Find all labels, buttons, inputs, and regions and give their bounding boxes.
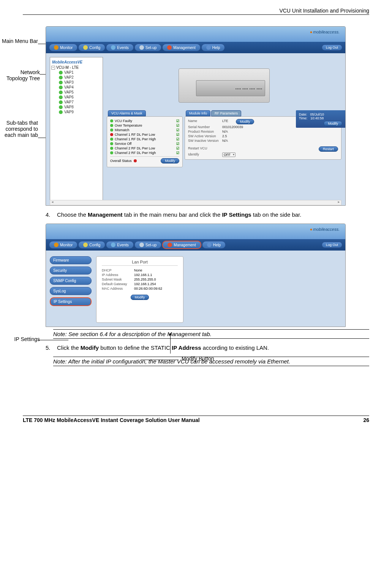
logout-button[interactable]: Log Out: [322, 44, 342, 51]
management-icon: [167, 45, 172, 50]
tab-monitor[interactable]: Monitor: [49, 44, 77, 51]
tree-vap6[interactable]: VAP6: [51, 95, 101, 100]
screenshot-1: mobileaccess. Monitor Config Events Set-…: [46, 26, 346, 206]
setup-icon: [139, 45, 144, 50]
tree-vap5[interactable]: VAP5: [51, 90, 101, 95]
callout-subtabs: Sub-tabs that correspond to each main ta…: [0, 120, 38, 138]
tree-vap7[interactable]: VAP7: [51, 100, 101, 105]
page-header: VCU Unit Installation and Provisioning: [23, 8, 369, 15]
sidebar-firmware[interactable]: Firmware: [50, 256, 92, 264]
step-4: 4. Choose the Management tab in the main…: [46, 211, 369, 218]
modify-alarms-button[interactable]: Modify: [161, 158, 179, 163]
tab-setup[interactable]: Set-up: [134, 44, 161, 51]
tree-vap1[interactable]: VAP1: [51, 70, 101, 75]
tree-vap4[interactable]: VAP4: [51, 85, 101, 90]
restart-button[interactable]: Restart: [319, 146, 338, 152]
modify-datetime-button[interactable]: Modify: [324, 121, 342, 126]
topology-tree: MobileAccessVE −VCU-M - LTE VAP1 VAP2 VA…: [50, 57, 103, 201]
alarm-row: VCU Faulty☑: [110, 119, 179, 123]
step-5: 5. Click the Modify button to define the…: [46, 344, 369, 351]
config-icon: [83, 45, 88, 50]
subtab-module-info[interactable]: Module Info: [186, 110, 210, 116]
lan-port-panel: Lan Port DHCPNone IP Address192.168.1.1 …: [96, 256, 183, 323]
note-1: Note: See section 6.4 for a description …: [53, 329, 369, 339]
tab-config[interactable]: Config: [78, 44, 105, 51]
sidebar-security[interactable]: Security: [50, 267, 92, 274]
callout-main-menu: Main Menu Bar: [0, 38, 38, 44]
logo-text: mobileaccess.: [310, 30, 340, 34]
modify-ip-button[interactable]: Modify: [131, 295, 149, 300]
subtab-alarms[interactable]: VCU Alarms & Mask: [108, 110, 146, 116]
callout-topology: Network Topology Tree: [0, 69, 40, 81]
sidebar-ip-settings[interactable]: IP Settings: [50, 297, 92, 306]
help-icon: [206, 45, 211, 50]
main-menu-bar: Monitor Config Events Set-up Management …: [46, 42, 345, 53]
tree-header: MobileAccessVE: [51, 59, 101, 65]
screenshot-2: mobileaccess. Monitor Config Events Set-…: [46, 224, 346, 327]
tree-vap8[interactable]: VAP8: [51, 105, 101, 109]
callout-modify-button: Modify Button: [182, 355, 214, 362]
tree-vap2[interactable]: VAP2: [51, 75, 101, 80]
sidebar-syslog[interactable]: SysLog: [50, 287, 92, 295]
identify-select[interactable]: OFF: [222, 152, 236, 157]
device-image: [179, 68, 270, 103]
subtab-rf[interactable]: RF Parameters: [211, 110, 241, 116]
datetime-panel: Date:05/Jul/10 Time:10:40:58 Modify: [296, 110, 345, 128]
tab-management-2[interactable]: Management: [162, 241, 201, 249]
page-footer: LTE 700 MHz MobileAccessVE Instant Cover…: [23, 416, 369, 423]
events-icon: [111, 45, 115, 50]
tree-vap9[interactable]: VAP9: [51, 109, 101, 114]
tab-events[interactable]: Events: [106, 44, 134, 51]
tree-vap3[interactable]: VAP3: [51, 80, 101, 85]
modify-name-button[interactable]: Modify: [236, 119, 254, 124]
tab-monitor-2[interactable]: Monitor: [49, 241, 77, 249]
callout-ip-settings: IP Settings: [2, 336, 40, 342]
monitor-icon: [54, 45, 58, 50]
tab-help[interactable]: Help: [201, 44, 225, 51]
tab-management[interactable]: Management: [162, 44, 200, 51]
sidebar-snmp[interactable]: SNMP Config: [50, 277, 92, 285]
tree-root[interactable]: −VCU-M - LTE: [51, 65, 101, 70]
management-sidebar: Firmware Security SNMP Config SysLog IP …: [50, 256, 92, 323]
